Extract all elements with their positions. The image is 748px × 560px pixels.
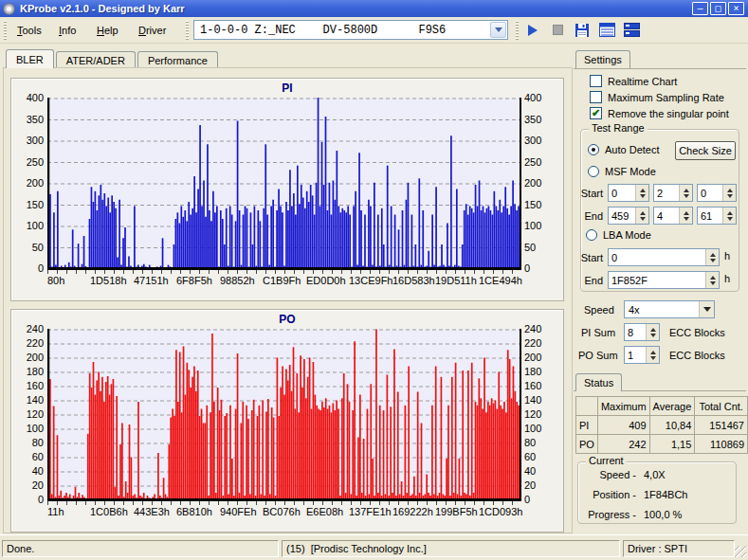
y-tick-label: 200 <box>11 352 44 363</box>
menu-driver[interactable]: Driver <box>133 24 172 39</box>
lba-start-field[interactable]: 0 <box>608 248 720 266</box>
toolbar-gripper[interactable] <box>4 21 7 40</box>
checkbox-max-sampling[interactable]: Maximum Sampling Rate <box>590 91 724 103</box>
checkbox-icon[interactable] <box>590 75 602 87</box>
y-tick-label: 220 <box>11 337 44 349</box>
msf-end-field-0[interactable]: 459 <box>608 207 649 225</box>
spinner-icon[interactable] <box>635 185 648 201</box>
menu-help[interactable]: Help <box>91 24 124 39</box>
radio-icon[interactable] <box>588 166 599 177</box>
y-tick-label: 80 <box>11 437 44 448</box>
y-tick-label: 200 <box>524 352 556 363</box>
status-bar: Done. (15) [Prodisc Technology Inc.] Dri… <box>0 534 748 560</box>
x-tick-label: 6B810h <box>176 506 212 517</box>
speed-select[interactable]: 4x <box>624 300 715 318</box>
pi-plot-area <box>47 98 521 270</box>
tab-bler[interactable]: BLER <box>6 49 54 68</box>
msf-end-field-2[interactable]: 61 <box>697 207 737 225</box>
drive-selector[interactable]: 1-0-0-0 Z:_NEC DV-5800D F9S6 <box>193 20 508 40</box>
row-pi-label: PI <box>576 416 598 435</box>
chevron-down-icon[interactable] <box>490 22 506 38</box>
title-bar[interactable]: KProbe v2.1.0 - Designed by Karr – □ × <box>0 0 748 17</box>
stop-icon[interactable] <box>548 21 567 39</box>
y-tick-label: 60 <box>11 451 44 462</box>
y-tick-label: 80 <box>524 437 556 448</box>
y-tick-label: 0 <box>11 262 44 274</box>
current-label: Current <box>586 455 627 466</box>
y-tick-label: 240 <box>524 323 556 334</box>
checkbox-remove-singular[interactable]: ✔ Remove the singular point <box>590 107 729 119</box>
msf-start-field-0[interactable]: 0 <box>608 184 649 202</box>
y-tick-label: 0 <box>11 494 44 505</box>
resize-grip-icon[interactable] <box>735 546 746 557</box>
play-icon[interactable] <box>523 21 542 39</box>
save-icon[interactable] <box>573 21 592 39</box>
spinner-icon[interactable] <box>705 272 719 288</box>
pi-sum-field[interactable]: 8 <box>624 323 660 341</box>
po-total: 110869 <box>695 435 748 454</box>
tab-performance[interactable]: Performance <box>137 51 218 68</box>
y-tick-label: 100 <box>524 423 556 434</box>
y-tick-label: 40 <box>11 465 44 477</box>
spinner-icon[interactable] <box>705 249 719 265</box>
menu-tools[interactable]: Tools <box>11 24 47 39</box>
y-tick-label: 0 <box>524 262 556 274</box>
radio-lba-mode[interactable]: LBA Mode <box>586 229 651 241</box>
x-tick-label: 443E3h <box>134 506 170 517</box>
minimize-icon[interactable]: – <box>692 2 708 15</box>
po-maximum: 242 <box>597 435 649 454</box>
check-size-button[interactable]: Check Size <box>675 141 736 160</box>
x-tick-label: 1CD093h <box>479 506 522 517</box>
radio-label: LBA Mode <box>603 229 651 241</box>
radio-icon[interactable] <box>588 144 599 155</box>
radio-msf-mode[interactable]: MSF Mode <box>588 166 656 177</box>
radio-auto-detect[interactable]: Auto Detect <box>588 144 659 155</box>
y-tick-label: 240 <box>11 323 44 334</box>
report-icon[interactable] <box>597 21 616 39</box>
menu-info[interactable]: Info <box>53 24 82 39</box>
chevron-down-icon[interactable] <box>699 301 714 317</box>
checkbox-realtime-chart[interactable]: Realtime Chart <box>590 75 677 87</box>
toolbar-gripper[interactable] <box>516 21 519 40</box>
spinner-icon[interactable] <box>646 347 659 363</box>
spinner-icon[interactable] <box>679 208 692 224</box>
close-icon[interactable]: × <box>728 2 744 15</box>
spinner-icon[interactable] <box>635 208 648 224</box>
checkbox-label: Maximum Sampling Rate <box>608 92 724 103</box>
pi-total: 151467 <box>695 416 748 435</box>
pi-x-axis-labels: 80h1D518h47151h6F8F5h98852hC1B9FhED0D0h1… <box>47 275 540 288</box>
po-sum-field[interactable]: 1 <box>624 346 660 364</box>
y-tick-label: 60 <box>524 451 556 462</box>
y-tick-label: 50 <box>11 242 44 253</box>
checkbox-icon[interactable]: ✔ <box>590 107 602 119</box>
lba-start-unit: h <box>724 250 730 262</box>
pi-average: 10,84 <box>649 416 695 435</box>
radio-icon[interactable] <box>586 229 597 241</box>
y-tick-label: 100 <box>11 220 44 231</box>
lba-start-label: Start <box>580 252 603 263</box>
y-tick-label: 300 <box>11 135 44 146</box>
lba-end-field[interactable]: 1F852F <box>608 271 720 289</box>
y-tick-label: 120 <box>524 408 556 420</box>
spinner-icon[interactable] <box>646 324 659 340</box>
maximize-icon[interactable]: □ <box>710 2 726 15</box>
po-average: 1,15 <box>649 435 695 454</box>
layout-icon[interactable] <box>622 21 641 39</box>
tab-ater-ader[interactable]: ATER/ADER <box>56 51 136 68</box>
y-tick-label: 250 <box>11 156 44 168</box>
msf-start-field-1[interactable]: 2 <box>653 184 693 202</box>
checkbox-icon[interactable] <box>590 91 602 103</box>
y-tick-label: 0 <box>524 494 556 505</box>
spinner-icon[interactable] <box>722 208 736 224</box>
toolbar-gripper[interactable] <box>186 21 189 40</box>
msf-start-field-2[interactable]: 0 <box>697 184 737 202</box>
y-tick-label: 100 <box>11 423 44 434</box>
tab-status[interactable]: Status <box>575 373 622 391</box>
msf-end-field-1[interactable]: 4 <box>653 207 693 225</box>
msf-end-label: End <box>580 210 603 222</box>
app-icon <box>3 3 15 15</box>
spinner-icon[interactable] <box>722 185 736 201</box>
tab-settings[interactable]: Settings <box>575 50 630 68</box>
spinner-icon[interactable] <box>679 185 692 201</box>
pi-chart-title: PI <box>11 81 563 95</box>
